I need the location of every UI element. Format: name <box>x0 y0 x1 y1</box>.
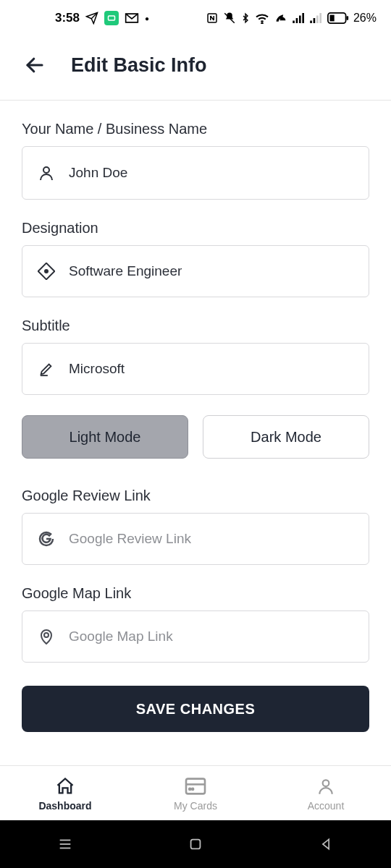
card-icon <box>184 775 207 797</box>
designation-input-box[interactable] <box>22 245 369 297</box>
account-icon <box>316 775 335 797</box>
svg-rect-21 <box>186 778 205 793</box>
battery-percent: 26% <box>353 12 377 25</box>
review-input-box[interactable] <box>22 513 369 565</box>
field-name: Your Name / Business Name <box>22 121 369 200</box>
svg-rect-11 <box>319 13 321 23</box>
dark-mode-label: Dark Mode <box>251 429 321 446</box>
subtitle-label: Subtitle <box>22 318 369 334</box>
light-mode-button[interactable]: Light Mode <box>22 415 188 459</box>
name-input-box[interactable] <box>22 146 369 200</box>
review-input[interactable] <box>69 531 356 547</box>
name-label: Your Name / Business Name <box>22 121 369 137</box>
recent-apps-button[interactable] <box>36 830 94 859</box>
svg-point-18 <box>45 270 48 273</box>
subtitle-input[interactable] <box>69 361 356 377</box>
home-button[interactable] <box>167 830 224 859</box>
svg-rect-9 <box>314 18 316 23</box>
name-input[interactable] <box>69 165 356 181</box>
google-icon <box>35 530 57 548</box>
svg-rect-29 <box>191 840 201 849</box>
nav-my-cards[interactable]: My Cards <box>130 766 261 820</box>
mute-icon <box>223 12 236 25</box>
svg-point-3 <box>261 22 263 24</box>
status-left: 3:58 ● <box>55 11 149 25</box>
back-sys-button[interactable] <box>297 830 355 859</box>
save-changes-button[interactable]: SAVE CHANGES <box>22 686 369 732</box>
svg-rect-0 <box>109 16 115 20</box>
designation-label: Designation <box>22 220 369 237</box>
svg-rect-10 <box>316 16 319 24</box>
dark-mode-button[interactable]: Dark Mode <box>203 415 369 459</box>
subtitle-input-box[interactable] <box>22 343 369 395</box>
status-right: 26% <box>206 12 377 25</box>
bluetooth-icon <box>240 12 251 25</box>
svg-rect-6 <box>299 16 301 24</box>
svg-rect-7 <box>302 13 304 23</box>
field-subtitle: Subtitle <box>22 318 369 395</box>
field-designation: Designation <box>22 220 369 297</box>
svg-rect-5 <box>296 18 298 23</box>
save-label: SAVE CHANGES <box>136 701 256 717</box>
menu-icon <box>57 836 73 852</box>
message-badge-icon <box>104 11 119 25</box>
back-button[interactable] <box>22 52 48 78</box>
svg-rect-13 <box>329 15 334 22</box>
nav-account[interactable]: Account <box>261 766 391 820</box>
page-title: Edit Basic Info <box>71 54 207 77</box>
map-pin-icon <box>35 627 57 646</box>
edit-form: Your Name / Business Name Designation Su… <box>0 101 391 732</box>
svg-point-23 <box>189 788 190 789</box>
dot-icon: ● <box>145 14 149 22</box>
home-icon <box>54 775 76 797</box>
field-review-link: Google Review Link <box>22 488 369 565</box>
theme-mode-toggle: Light Mode Dark Mode <box>22 415 369 459</box>
nfc-icon <box>206 12 219 25</box>
status-time: 3:58 <box>55 11 80 25</box>
svg-point-20 <box>44 633 49 637</box>
page-header: Edit Basic Info <box>0 36 391 100</box>
triangle-back-icon <box>319 836 333 852</box>
nav-dashboard[interactable]: Dashboard <box>0 766 130 820</box>
designation-input[interactable] <box>69 263 356 279</box>
svg-point-24 <box>192 788 193 789</box>
signal-1-icon <box>293 13 306 23</box>
map-input-box[interactable] <box>22 610 369 663</box>
user-icon <box>35 164 57 182</box>
nav-account-label: Account <box>308 800 345 812</box>
nav-dashboard-label: Dashboard <box>38 800 91 812</box>
bottom-nav: Dashboard My Cards Account <box>0 765 391 820</box>
map-label: Google Map Link <box>22 585 369 602</box>
gmail-icon <box>125 12 139 24</box>
pencil-icon <box>35 361 57 377</box>
arrow-left-icon <box>24 54 46 76</box>
battery-icon <box>327 12 349 24</box>
svg-rect-4 <box>293 21 295 24</box>
status-bar: 3:58 ● <box>0 0 391 36</box>
svg-point-25 <box>323 780 329 786</box>
send-icon <box>85 12 98 25</box>
signal-2-icon <box>310 13 323 23</box>
wifi-icon <box>255 12 269 24</box>
android-nav-bar <box>0 820 391 868</box>
review-label: Google Review Link <box>22 488 369 504</box>
field-map-link: Google Map Link <box>22 585 369 663</box>
square-icon <box>188 836 203 852</box>
svg-rect-14 <box>346 16 348 20</box>
svg-rect-8 <box>310 21 312 24</box>
volte-icon <box>274 12 288 24</box>
nav-cards-label: My Cards <box>174 800 217 812</box>
map-input[interactable] <box>69 629 356 644</box>
badge-icon <box>35 263 57 280</box>
light-mode-label: Light Mode <box>70 429 141 446</box>
svg-point-16 <box>43 167 49 173</box>
